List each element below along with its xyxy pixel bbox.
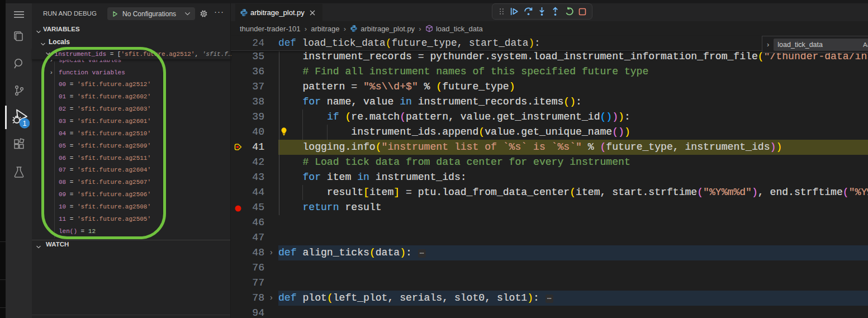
svg-text:1: 1 <box>22 120 26 127</box>
